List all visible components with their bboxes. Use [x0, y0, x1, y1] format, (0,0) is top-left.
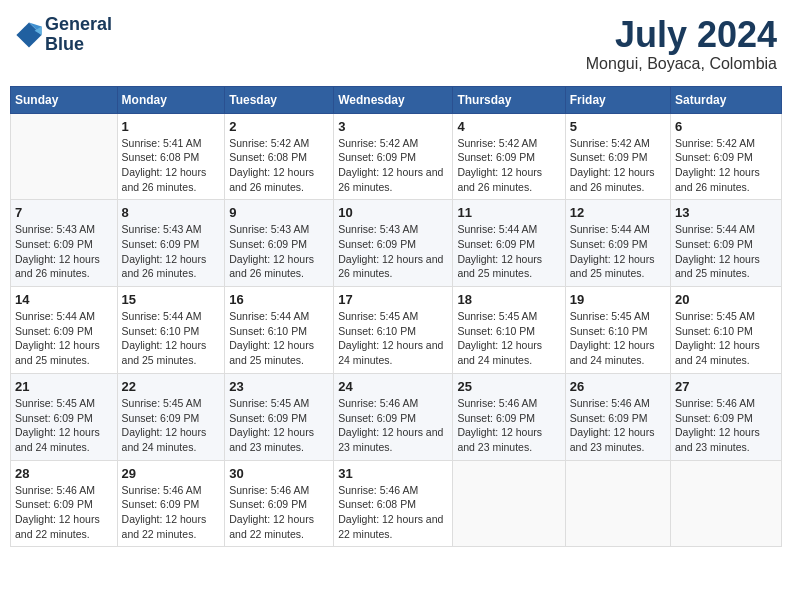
- calendar-week-row: 1Sunrise: 5:41 AMSunset: 6:08 PMDaylight…: [11, 113, 782, 200]
- day-number: 30: [229, 466, 329, 481]
- calendar-cell: 24Sunrise: 5:46 AMSunset: 6:09 PMDayligh…: [334, 373, 453, 460]
- calendar-cell: 30Sunrise: 5:46 AMSunset: 6:09 PMDayligh…: [225, 460, 334, 547]
- day-number: 31: [338, 466, 448, 481]
- calendar-week-row: 28Sunrise: 5:46 AMSunset: 6:09 PMDayligh…: [11, 460, 782, 547]
- day-info: Sunrise: 5:42 AMSunset: 6:09 PMDaylight:…: [675, 136, 777, 195]
- calendar-cell: 3Sunrise: 5:42 AMSunset: 6:09 PMDaylight…: [334, 113, 453, 200]
- day-info: Sunrise: 5:46 AMSunset: 6:09 PMDaylight:…: [229, 483, 329, 542]
- day-info: Sunrise: 5:45 AMSunset: 6:10 PMDaylight:…: [675, 309, 777, 368]
- day-info: Sunrise: 5:45 AMSunset: 6:09 PMDaylight:…: [15, 396, 113, 455]
- calendar-cell: 18Sunrise: 5:45 AMSunset: 6:10 PMDayligh…: [453, 287, 565, 374]
- day-of-week-header: Monday: [117, 86, 225, 113]
- day-number: 25: [457, 379, 560, 394]
- calendar-week-row: 14Sunrise: 5:44 AMSunset: 6:09 PMDayligh…: [11, 287, 782, 374]
- calendar-cell: [565, 460, 670, 547]
- calendar-cell: 21Sunrise: 5:45 AMSunset: 6:09 PMDayligh…: [11, 373, 118, 460]
- day-number: 5: [570, 119, 666, 134]
- day-info: Sunrise: 5:44 AMSunset: 6:09 PMDaylight:…: [15, 309, 113, 368]
- calendar-cell: 8Sunrise: 5:43 AMSunset: 6:09 PMDaylight…: [117, 200, 225, 287]
- day-of-week-header: Saturday: [671, 86, 782, 113]
- day-number: 8: [122, 205, 221, 220]
- calendar-cell: 5Sunrise: 5:42 AMSunset: 6:09 PMDaylight…: [565, 113, 670, 200]
- day-number: 23: [229, 379, 329, 394]
- day-info: Sunrise: 5:45 AMSunset: 6:10 PMDaylight:…: [338, 309, 448, 368]
- day-number: 26: [570, 379, 666, 394]
- day-info: Sunrise: 5:44 AMSunset: 6:09 PMDaylight:…: [570, 222, 666, 281]
- day-number: 12: [570, 205, 666, 220]
- day-number: 13: [675, 205, 777, 220]
- day-number: 15: [122, 292, 221, 307]
- calendar-cell: [453, 460, 565, 547]
- day-number: 22: [122, 379, 221, 394]
- day-info: Sunrise: 5:46 AMSunset: 6:09 PMDaylight:…: [675, 396, 777, 455]
- day-info: Sunrise: 5:46 AMSunset: 6:09 PMDaylight:…: [457, 396, 560, 455]
- day-number: 24: [338, 379, 448, 394]
- day-number: 18: [457, 292, 560, 307]
- logo-icon: [15, 21, 43, 49]
- day-info: Sunrise: 5:45 AMSunset: 6:10 PMDaylight:…: [457, 309, 560, 368]
- calendar-header-row: SundayMondayTuesdayWednesdayThursdayFrid…: [11, 86, 782, 113]
- calendar-cell: 12Sunrise: 5:44 AMSunset: 6:09 PMDayligh…: [565, 200, 670, 287]
- day-of-week-header: Thursday: [453, 86, 565, 113]
- day-of-week-header: Tuesday: [225, 86, 334, 113]
- day-info: Sunrise: 5:46 AMSunset: 6:09 PMDaylight:…: [338, 396, 448, 455]
- day-info: Sunrise: 5:46 AMSunset: 6:08 PMDaylight:…: [338, 483, 448, 542]
- day-number: 6: [675, 119, 777, 134]
- day-number: 10: [338, 205, 448, 220]
- calendar-cell: 10Sunrise: 5:43 AMSunset: 6:09 PMDayligh…: [334, 200, 453, 287]
- day-info: Sunrise: 5:43 AMSunset: 6:09 PMDaylight:…: [338, 222, 448, 281]
- calendar-cell: 23Sunrise: 5:45 AMSunset: 6:09 PMDayligh…: [225, 373, 334, 460]
- day-info: Sunrise: 5:46 AMSunset: 6:09 PMDaylight:…: [570, 396, 666, 455]
- day-number: 2: [229, 119, 329, 134]
- day-number: 28: [15, 466, 113, 481]
- day-info: Sunrise: 5:41 AMSunset: 6:08 PMDaylight:…: [122, 136, 221, 195]
- calendar-cell: 26Sunrise: 5:46 AMSunset: 6:09 PMDayligh…: [565, 373, 670, 460]
- location: Mongui, Boyaca, Colombia: [586, 55, 777, 73]
- calendar-cell: 17Sunrise: 5:45 AMSunset: 6:10 PMDayligh…: [334, 287, 453, 374]
- day-info: Sunrise: 5:46 AMSunset: 6:09 PMDaylight:…: [15, 483, 113, 542]
- day-number: 4: [457, 119, 560, 134]
- day-info: Sunrise: 5:44 AMSunset: 6:09 PMDaylight:…: [675, 222, 777, 281]
- day-number: 20: [675, 292, 777, 307]
- day-info: Sunrise: 5:42 AMSunset: 6:09 PMDaylight:…: [457, 136, 560, 195]
- calendar-cell: 7Sunrise: 5:43 AMSunset: 6:09 PMDaylight…: [11, 200, 118, 287]
- day-number: 11: [457, 205, 560, 220]
- calendar-cell: 31Sunrise: 5:46 AMSunset: 6:08 PMDayligh…: [334, 460, 453, 547]
- day-info: Sunrise: 5:42 AMSunset: 6:09 PMDaylight:…: [570, 136, 666, 195]
- day-number: 27: [675, 379, 777, 394]
- calendar-cell: 13Sunrise: 5:44 AMSunset: 6:09 PMDayligh…: [671, 200, 782, 287]
- calendar-cell: 14Sunrise: 5:44 AMSunset: 6:09 PMDayligh…: [11, 287, 118, 374]
- day-of-week-header: Friday: [565, 86, 670, 113]
- day-info: Sunrise: 5:46 AMSunset: 6:09 PMDaylight:…: [122, 483, 221, 542]
- calendar-cell: 22Sunrise: 5:45 AMSunset: 6:09 PMDayligh…: [117, 373, 225, 460]
- calendar-cell: 28Sunrise: 5:46 AMSunset: 6:09 PMDayligh…: [11, 460, 118, 547]
- page-header: General Blue July 2024 Mongui, Boyaca, C…: [10, 10, 782, 78]
- logo: General Blue: [15, 15, 112, 55]
- day-info: Sunrise: 5:45 AMSunset: 6:09 PMDaylight:…: [122, 396, 221, 455]
- day-info: Sunrise: 5:43 AMSunset: 6:09 PMDaylight:…: [229, 222, 329, 281]
- calendar-cell: 15Sunrise: 5:44 AMSunset: 6:10 PMDayligh…: [117, 287, 225, 374]
- day-info: Sunrise: 5:43 AMSunset: 6:09 PMDaylight:…: [15, 222, 113, 281]
- calendar-cell: 6Sunrise: 5:42 AMSunset: 6:09 PMDaylight…: [671, 113, 782, 200]
- calendar-cell: 19Sunrise: 5:45 AMSunset: 6:10 PMDayligh…: [565, 287, 670, 374]
- calendar-cell: 11Sunrise: 5:44 AMSunset: 6:09 PMDayligh…: [453, 200, 565, 287]
- day-info: Sunrise: 5:42 AMSunset: 6:08 PMDaylight:…: [229, 136, 329, 195]
- calendar-cell: 2Sunrise: 5:42 AMSunset: 6:08 PMDaylight…: [225, 113, 334, 200]
- day-number: 1: [122, 119, 221, 134]
- month-year: July 2024: [586, 15, 777, 55]
- day-number: 3: [338, 119, 448, 134]
- logo-text: General Blue: [45, 15, 112, 55]
- calendar-cell: 16Sunrise: 5:44 AMSunset: 6:10 PMDayligh…: [225, 287, 334, 374]
- calendar-cell: 1Sunrise: 5:41 AMSunset: 6:08 PMDaylight…: [117, 113, 225, 200]
- day-number: 21: [15, 379, 113, 394]
- day-info: Sunrise: 5:43 AMSunset: 6:09 PMDaylight:…: [122, 222, 221, 281]
- title-block: July 2024 Mongui, Boyaca, Colombia: [586, 15, 777, 73]
- calendar-cell: 29Sunrise: 5:46 AMSunset: 6:09 PMDayligh…: [117, 460, 225, 547]
- calendar-cell: 4Sunrise: 5:42 AMSunset: 6:09 PMDaylight…: [453, 113, 565, 200]
- day-number: 19: [570, 292, 666, 307]
- day-number: 9: [229, 205, 329, 220]
- day-number: 16: [229, 292, 329, 307]
- day-info: Sunrise: 5:44 AMSunset: 6:09 PMDaylight:…: [457, 222, 560, 281]
- calendar-cell: 25Sunrise: 5:46 AMSunset: 6:09 PMDayligh…: [453, 373, 565, 460]
- day-number: 29: [122, 466, 221, 481]
